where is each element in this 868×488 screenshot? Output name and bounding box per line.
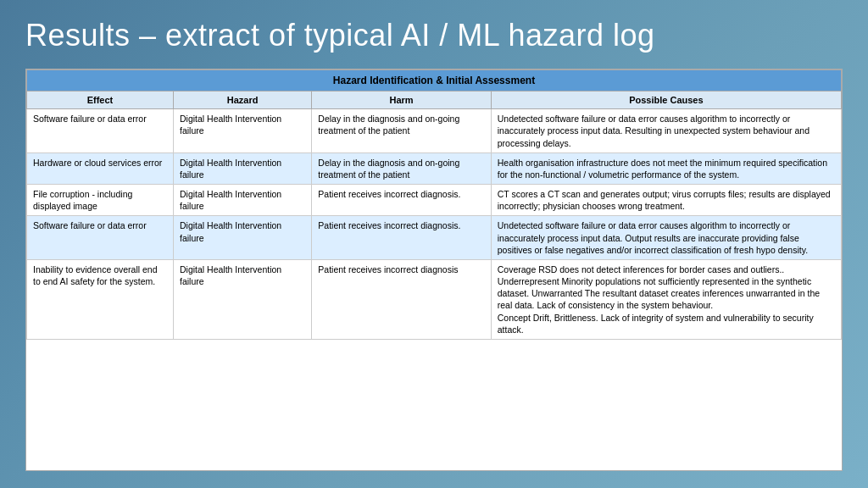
section-header-row: Hazard Identification & Initial Assessme…: [27, 70, 842, 92]
cell-effect: Inability to evidence overall end to end…: [27, 259, 174, 339]
table-row: Hardware or cloud services errorDigital …: [27, 152, 842, 184]
cell-hazard: Digital Health Intervention failure: [173, 109, 311, 153]
cell-harm: Delay in the diagnosis and on-going trea…: [312, 109, 491, 153]
slide: Results – extract of typical AI / ML haz…: [0, 0, 868, 488]
table-row: File corruption - including displayed im…: [27, 185, 842, 216]
cell-causes: CT scores a CT scan and generates output…: [491, 185, 841, 216]
section-header: Hazard Identification & Initial Assessme…: [27, 70, 842, 92]
cell-hazard: Digital Health Intervention failure: [173, 216, 311, 260]
cell-harm: Delay in the diagnosis and on-going trea…: [312, 152, 491, 184]
table-row: Inability to evidence overall end to end…: [27, 259, 842, 339]
cell-hazard: Digital Health Intervention failure: [173, 152, 311, 184]
cell-causes: Undetected software failure or data erro…: [491, 216, 841, 260]
cell-causes: Coverage RSD does not detect inferences …: [491, 259, 841, 339]
cell-effect: File corruption - including displayed im…: [27, 185, 174, 216]
table-container: Hazard Identification & Initial Assessme…: [25, 69, 843, 471]
cell-hazard: Digital Health Intervention failure: [173, 259, 311, 339]
cell-causes: Undetected software failure or data erro…: [491, 109, 841, 153]
table-row: Software failure or data errorDigital He…: [27, 216, 842, 260]
slide-title: Results – extract of typical AI / ML haz…: [25, 17, 843, 53]
cell-harm: Patient receives incorrect diagnosis: [312, 259, 491, 339]
col-header-effect: Effect: [27, 92, 174, 109]
cell-effect: Software failure or data error: [27, 109, 174, 153]
hazard-table: Hazard Identification & Initial Assessme…: [26, 69, 842, 340]
cell-harm: Patient receives incorrect diagnosis.: [312, 185, 491, 216]
table-row: Software failure or data errorDigital He…: [27, 109, 842, 153]
col-header-harm: Harm: [312, 92, 491, 109]
cell-effect: Hardware or cloud services error: [27, 152, 174, 184]
cell-causes: Health organisation infrastructure does …: [491, 152, 841, 184]
col-header-hazard: Hazard: [173, 92, 311, 109]
column-headers-row: Effect Hazard Harm Possible Causes: [27, 92, 842, 109]
table-body: Software failure or data errorDigital He…: [27, 109, 842, 340]
cell-effect: Software failure or data error: [27, 216, 174, 260]
cell-hazard: Digital Health Intervention failure: [173, 185, 311, 216]
cell-harm: Patient receives incorrect diagnosis.: [312, 216, 491, 260]
col-header-causes: Possible Causes: [491, 92, 841, 109]
